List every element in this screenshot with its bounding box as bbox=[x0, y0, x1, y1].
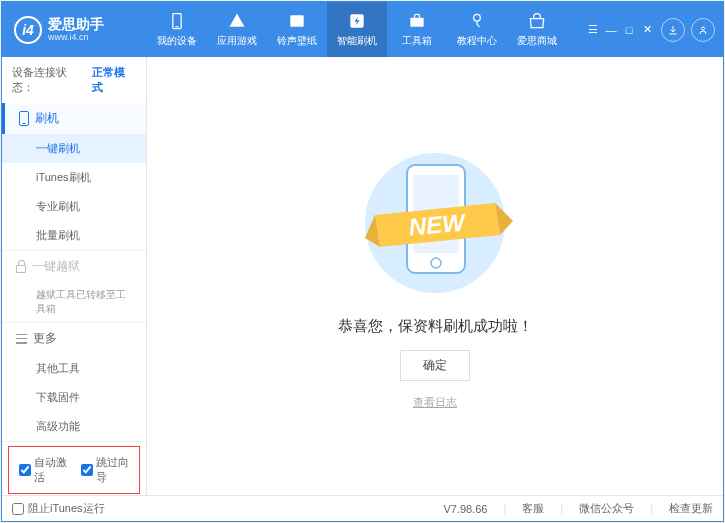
section-flash[interactable]: 刷机 bbox=[2, 103, 146, 134]
service-link[interactable]: 客服 bbox=[522, 501, 544, 516]
app-window: i4 爱思助手 www.i4.cn 我的设备 应用游戏 铃声壁纸 智能刷机 bbox=[1, 1, 724, 522]
sidebar-item-firmware[interactable]: 下载固件 bbox=[2, 383, 146, 412]
app-name: 爱思助手 bbox=[48, 17, 104, 31]
version-label: V7.98.66 bbox=[443, 503, 487, 515]
block-itunes-checkbox[interactable]: 阻止iTunes运行 bbox=[12, 501, 105, 516]
svg-text:NEW: NEW bbox=[408, 208, 468, 240]
toolbox-icon bbox=[407, 11, 427, 31]
jailbreak-note: 越狱工具已转移至工具箱 bbox=[2, 282, 146, 322]
connection-status: 设备连接状态： 正常模式 bbox=[2, 57, 146, 103]
lock-icon bbox=[16, 265, 26, 273]
main-content: NEW 恭喜您，保资料刷机成功啦！ 确定 查看日志 bbox=[147, 57, 723, 495]
sidebar-item-other[interactable]: 其他工具 bbox=[2, 354, 146, 383]
ok-button[interactable]: 确定 bbox=[400, 350, 470, 381]
tab-toolbox[interactable]: 工具箱 bbox=[387, 2, 447, 57]
menu-icon[interactable]: ☰ bbox=[585, 22, 601, 38]
apps-icon bbox=[227, 11, 247, 31]
tab-smart-flash[interactable]: 智能刷机 bbox=[327, 2, 387, 57]
checkbox-auto-activate[interactable]: 自动激活 bbox=[19, 455, 67, 485]
minimize-icon[interactable]: — bbox=[603, 22, 619, 38]
phone-icon bbox=[167, 11, 187, 31]
tab-ringtones[interactable]: 铃声壁纸 bbox=[267, 2, 327, 57]
wechat-link[interactable]: 微信公众号 bbox=[579, 501, 634, 516]
window-controls: ☰ — □ ✕ bbox=[585, 22, 655, 38]
phone-icon bbox=[19, 111, 29, 126]
list-icon bbox=[16, 334, 27, 344]
flash-icon bbox=[347, 11, 367, 31]
sidebar-item-batch[interactable]: 批量刷机 bbox=[2, 221, 146, 250]
success-message: 恭喜您，保资料刷机成功啦！ bbox=[338, 317, 533, 336]
sidebar-item-itunes[interactable]: iTunes刷机 bbox=[2, 163, 146, 192]
wallpaper-icon bbox=[287, 11, 307, 31]
logo-area: i4 爱思助手 www.i4.cn bbox=[2, 16, 147, 44]
download-icon bbox=[667, 24, 679, 36]
user-icon bbox=[697, 24, 709, 36]
top-right: ☰ — □ ✕ bbox=[585, 18, 723, 42]
app-url: www.i4.cn bbox=[48, 33, 104, 42]
section-jailbreak[interactable]: 一键越狱 bbox=[2, 251, 146, 282]
topbar: i4 爱思助手 www.i4.cn 我的设备 应用游戏 铃声壁纸 智能刷机 bbox=[2, 2, 723, 57]
checkbox-skip-guide[interactable]: 跳过向导 bbox=[81, 455, 129, 485]
section-more[interactable]: 更多 bbox=[2, 323, 146, 354]
svg-rect-4 bbox=[410, 18, 423, 27]
svg-rect-2 bbox=[290, 15, 303, 27]
footer-right: V7.98.66 | 客服 | 微信公众号 | 检查更新 bbox=[443, 501, 713, 516]
phone-new-icon: NEW bbox=[345, 143, 525, 303]
tab-store[interactable]: 爱思商城 bbox=[507, 2, 567, 57]
tab-tutorials[interactable]: 教程中心 bbox=[447, 2, 507, 57]
success-illustration: NEW bbox=[345, 143, 525, 303]
view-log-link[interactable]: 查看日志 bbox=[413, 395, 457, 410]
user-button[interactable] bbox=[691, 18, 715, 42]
body: 设备连接状态： 正常模式 刷机 一键刷机 iTunes刷机 专业刷机 批量刷机 … bbox=[2, 57, 723, 495]
tab-apps-games[interactable]: 应用游戏 bbox=[207, 2, 267, 57]
maximize-icon[interactable]: □ bbox=[621, 22, 637, 38]
update-link[interactable]: 检查更新 bbox=[669, 501, 713, 516]
tutorial-icon bbox=[467, 11, 487, 31]
svg-point-5 bbox=[474, 14, 481, 21]
nav-tabs: 我的设备 应用游戏 铃声壁纸 智能刷机 工具箱 教程中心 bbox=[147, 2, 585, 57]
store-icon bbox=[527, 11, 547, 31]
svg-point-6 bbox=[702, 27, 705, 30]
sidebar-item-advanced[interactable]: 高级功能 bbox=[2, 412, 146, 441]
connection-mode: 正常模式 bbox=[92, 65, 136, 95]
footer: 阻止iTunes运行 V7.98.66 | 客服 | 微信公众号 | 检查更新 bbox=[2, 495, 723, 521]
tab-my-device[interactable]: 我的设备 bbox=[147, 2, 207, 57]
options-box: 自动激活 跳过向导 bbox=[8, 446, 140, 494]
sidebar: 设备连接状态： 正常模式 刷机 一键刷机 iTunes刷机 专业刷机 批量刷机 … bbox=[2, 57, 147, 495]
close-icon[interactable]: ✕ bbox=[639, 22, 655, 38]
sidebar-item-oneclick[interactable]: 一键刷机 bbox=[2, 134, 146, 163]
download-button[interactable] bbox=[661, 18, 685, 42]
sidebar-item-pro[interactable]: 专业刷机 bbox=[2, 192, 146, 221]
logo-icon: i4 bbox=[14, 16, 42, 44]
